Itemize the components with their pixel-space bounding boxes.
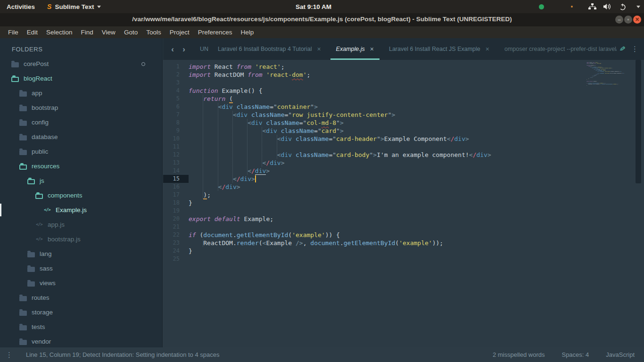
- code-line[interactable]: 18}: [163, 199, 644, 207]
- code-line[interactable]: 17);: [163, 191, 644, 199]
- misspelled-words-status[interactable]: 2 misspelled words: [493, 351, 545, 358]
- code-token: <: [233, 175, 237, 182]
- code-line[interactable]: 13</div>: [163, 159, 644, 167]
- minimap[interactable]: 1import React from 'react';2import React…: [586, 62, 631, 91]
- minimize-button[interactable]: –: [615, 16, 623, 24]
- syntax-status[interactable]: JavaScript: [606, 351, 635, 358]
- tab-overflow-menu-icon[interactable]: ⋮: [628, 38, 644, 60]
- code-line[interactable]: 23ReactDOM.render(<Example />, document.…: [163, 239, 644, 247]
- sidebar-item-bootstrap.js[interactable]: </>bootstrap.js: [0, 232, 162, 247]
- code-line[interactable]: 9<div className="card">: [163, 127, 644, 135]
- code-line[interactable]: 6<div className="container">: [163, 103, 644, 111]
- sidebar-item-sass[interactable]: sass: [0, 261, 162, 276]
- menu-goto[interactable]: Goto: [120, 29, 142, 36]
- code-line[interactable]: 5return (: [163, 95, 644, 103]
- sidebar-item-app[interactable]: app: [0, 86, 162, 100]
- sidebar-item-blogReact[interactable]: blogReact: [0, 71, 162, 86]
- code-line[interactable]: 22if (document.getElementById('example')…: [163, 231, 644, 239]
- close-button[interactable]: ✕: [633, 16, 641, 24]
- item-label: Example.js: [56, 206, 87, 214]
- tab-scroll-right-icon[interactable]: ›: [178, 39, 190, 60]
- tab-scroll-left-icon[interactable]: ‹: [167, 39, 178, 60]
- sidebar-item-bootstrap[interactable]: bootstrap: [0, 100, 162, 115]
- sidebar-item-public[interactable]: public: [0, 144, 162, 159]
- code-line[interactable]: 15</div>: [163, 175, 644, 183]
- notification-dot-icon[interactable]: [571, 6, 573, 8]
- status-menu-icon[interactable]: ⋮: [6, 351, 13, 359]
- menu-project[interactable]: Project: [165, 29, 194, 36]
- code-line[interactable]: 14</div>: [163, 167, 644, 175]
- menu-preferences[interactable]: Preferences: [194, 29, 237, 36]
- code-line[interactable]: 24}: [163, 247, 644, 255]
- code-line[interactable]: 20export default Example;: [163, 215, 644, 223]
- tab-laravel-react-example[interactable]: Laravel 6 Install React JS Example×: [381, 38, 497, 60]
- folder-icon: [19, 135, 27, 140]
- code-line[interactable]: 25: [163, 255, 644, 263]
- tab-bar: ‹ › UNLaravel 6 Install Bootstrap 4 Tuto…: [163, 38, 644, 60]
- code-line[interactable]: 16</div>: [163, 183, 644, 191]
- edit-pencil-icon[interactable]: ✎: [617, 38, 628, 60]
- sidebar-item-config[interactable]: config: [0, 115, 162, 130]
- menu-find[interactable]: Find: [77, 29, 98, 36]
- code-line[interactable]: 4function Example() {: [163, 87, 644, 95]
- editor-area[interactable]: 1import React from 'react';2import React…: [163, 60, 644, 347]
- app-menu-button[interactable]: Sublime Text: [55, 3, 94, 10]
- indent-guide: [189, 95, 203, 103]
- code-line[interactable]: 7<div className="row justify-content-cen…: [163, 111, 644, 119]
- activities-button[interactable]: Activities: [0, 3, 41, 10]
- menu-help[interactable]: Help: [237, 29, 258, 36]
- app-indicator-icon[interactable]: [539, 4, 544, 9]
- sidebar-item-js[interactable]: js: [0, 173, 162, 188]
- maximize-button[interactable]: ▫: [624, 16, 632, 24]
- sidebar-item-lang[interactable]: lang: [0, 247, 162, 261]
- code-line[interactable]: 10<div className="card-header">Example C…: [163, 135, 644, 143]
- code-line[interactable]: 19: [163, 207, 644, 215]
- code-line[interactable]: 8<div className="col-md-8">: [163, 119, 644, 127]
- indentation-status[interactable]: Spaces: 4: [561, 351, 589, 358]
- line-number: 1: [163, 63, 189, 71]
- close-icon[interactable]: ×: [370, 45, 374, 53]
- folder-icon: [19, 340, 27, 345]
- close-icon[interactable]: ×: [486, 45, 489, 53]
- code-line[interactable]: 21: [163, 223, 644, 231]
- sidebar-item-tests[interactable]: tests: [0, 320, 162, 334]
- code-line[interactable]: 2import ReactDOM from 'react-dom';: [163, 71, 644, 79]
- menu-view[interactable]: View: [98, 29, 120, 36]
- indent-guide: [262, 143, 277, 151]
- tab-laravel-bootstrap-tutorial[interactable]: Laravel 6 Install Bootstrap 4 Tutorial×: [210, 38, 329, 60]
- vertical-scrollbar[interactable]: [636, 60, 641, 183]
- sidebar-item-routes[interactable]: routes: [0, 290, 162, 305]
- tab-untitled-clipped[interactable]: UN: [194, 38, 210, 60]
- power-icon[interactable]: [619, 3, 626, 10]
- sidebar-item-components[interactable]: components: [0, 188, 162, 203]
- sidebar-item-views[interactable]: views: [0, 276, 162, 290]
- tab-example-js[interactable]: Example.js×: [329, 38, 381, 60]
- menu-selection[interactable]: Selection: [42, 29, 77, 36]
- tab-composer-command[interactable]: omposer create-project --prefer-dist lar…: [497, 38, 617, 60]
- clock[interactable]: Sat 9:10 AM: [296, 3, 331, 10]
- sidebar-item-storage[interactable]: storage: [0, 305, 162, 320]
- code-line[interactable]: 12<div className="card-body">I'm an exam…: [163, 151, 644, 159]
- sidebar-item-corePost[interactable]: corePost: [0, 57, 162, 71]
- line-text: </div>: [189, 183, 644, 191]
- menu-file[interactable]: File: [4, 29, 23, 36]
- close-icon[interactable]: ×: [317, 45, 321, 53]
- code-line[interactable]: 3: [163, 79, 644, 87]
- sidebar-item-Example.js[interactable]: </>Example.js: [0, 203, 162, 217]
- volume-icon[interactable]: [603, 3, 612, 10]
- system-menu-caret-icon[interactable]: [636, 6, 640, 8]
- code-line[interactable]: 11: [163, 143, 644, 151]
- code-token: [248, 111, 251, 118]
- line-text: </div>: [189, 167, 644, 175]
- menu-tools[interactable]: Tools: [142, 29, 165, 36]
- sidebar-item-vendor[interactable]: vendor: [0, 334, 162, 347]
- folder-open-icon: [11, 75, 19, 82]
- sidebar-item-resources[interactable]: resources: [0, 159, 162, 173]
- gnome-top-bar: Activities S Sublime Text Sat 9:10 AM: [0, 0, 644, 13]
- indent-guide: [189, 143, 203, 151]
- network-icon[interactable]: [588, 3, 596, 10]
- sidebar-item-database[interactable]: database: [0, 130, 162, 144]
- sidebar-item-app.js[interactable]: </>app.js: [0, 217, 162, 232]
- code-line[interactable]: 1import React from 'react';: [163, 63, 644, 71]
- menu-edit[interactable]: Edit: [23, 29, 42, 36]
